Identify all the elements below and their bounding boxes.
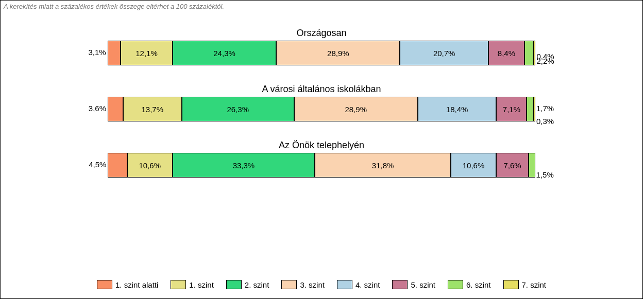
legend-item: 2. szint: [226, 280, 269, 289]
ext-label-right: 1,5%: [535, 153, 554, 162]
legend-item: 4. szint: [337, 280, 380, 289]
legend-item: 1. szint alatti: [97, 280, 158, 289]
legend-label: 1. szint alatti: [115, 280, 158, 289]
legend-swatch: [337, 280, 352, 289]
legend-item: 7. szint: [503, 280, 547, 289]
segment: [524, 41, 534, 65]
bar-title: A városi általános iskolákban: [52, 84, 591, 95]
bar-wrap: 3,6%13,7%26,3%28,9%18,4%7,1%1,7%0,3%: [52, 97, 591, 129]
bar-wrap: 4,5%10,6%33,3%31,8%10,6%7,6%1,5%: [52, 153, 591, 185]
legend-swatch: [171, 280, 186, 289]
legend-swatch: [281, 280, 297, 289]
segment: 33,3%: [173, 153, 315, 178]
segment: 28,9%: [276, 41, 400, 65]
legend-swatch: [448, 280, 463, 289]
ext-label-left: 3,6%: [89, 104, 108, 113]
bar-title: Az Önök telephelyén: [52, 140, 591, 151]
legend-swatch: [503, 280, 519, 289]
chart-area: Országosan3,1%12,1%24,3%28,9%20,7%8,4%0,…: [1, 12, 642, 201]
segment: 13,7%: [123, 97, 182, 121]
segment: 26,3%: [182, 97, 294, 121]
segment: [108, 97, 123, 121]
segment: [108, 153, 127, 178]
legend-item: 1. szint: [171, 280, 214, 289]
legend-label: 1. szint: [189, 280, 214, 289]
stacked-bar: 4,5%10,6%33,3%31,8%10,6%7,6%1,5%: [108, 153, 535, 178]
segment: 8,4%: [488, 41, 524, 65]
legend-label: 2. szint: [245, 280, 269, 289]
legend-label: 3. szint: [300, 280, 325, 289]
segment: 31,8%: [315, 153, 451, 178]
bar-wrap: 3,1%12,1%24,3%28,9%20,7%8,4%0,4%2,2%: [52, 41, 591, 73]
bar-group: Az Önök telephelyén4,5%10,6%33,3%31,8%10…: [52, 140, 591, 185]
segment: [108, 41, 121, 65]
ext-label-left: 4,5%: [89, 160, 108, 169]
segment: 10,6%: [451, 153, 496, 178]
stacked-bar: 3,6%13,7%26,3%28,9%18,4%7,1%1,7%0,3%: [108, 97, 535, 121]
legend-label: 7. szint: [522, 280, 547, 289]
legend-label: 5. szint: [411, 280, 435, 289]
segment: 18,4%: [418, 97, 497, 121]
legend-item: 5. szint: [392, 280, 435, 289]
bar-group: Országosan3,1%12,1%24,3%28,9%20,7%8,4%0,…: [52, 28, 591, 73]
stacked-bar: 3,1%12,1%24,3%28,9%20,7%8,4%0,4%2,2%: [108, 41, 536, 65]
segment: 7,1%: [496, 97, 527, 121]
ext-label-right: 1,7%0,3%: [535, 97, 554, 114]
legend-item: 3. szint: [281, 280, 325, 289]
rounding-note: A kerekítés miatt a százalékos értékek ö…: [1, 1, 642, 12]
segment: 7,6%: [496, 153, 529, 178]
legend-label: 4. szint: [355, 280, 380, 289]
segment: [529, 153, 535, 178]
ext-label-right: 0,4%2,2%: [535, 41, 554, 58]
legend-item: 6. szint: [448, 280, 491, 289]
bar-group: A városi általános iskolákban3,6%13,7%26…: [52, 84, 591, 129]
chart-container: A kerekítés miatt a százalékos értékek ö…: [0, 0, 643, 299]
legend: 1. szint alatti1. szint2. szint3. szint4…: [1, 280, 642, 289]
segment: 12,1%: [121, 41, 172, 65]
segment: 20,7%: [400, 41, 488, 65]
bar-title: Országosan: [52, 28, 591, 39]
legend-swatch: [97, 280, 112, 289]
segment: 28,9%: [294, 97, 418, 121]
segment: 24,3%: [173, 41, 277, 65]
legend-swatch: [392, 280, 408, 289]
segment: [527, 97, 534, 121]
legend-swatch: [226, 280, 242, 289]
segment: 10,6%: [127, 153, 173, 178]
ext-label-left: 3,1%: [88, 48, 107, 57]
legend-label: 6. szint: [466, 280, 491, 289]
